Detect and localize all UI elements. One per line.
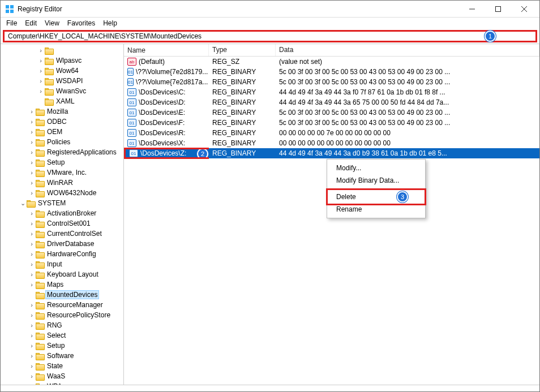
value-row[interactable]: 01\DosDevices\D:REG_BINARY44 4d 49 4f 3a… bbox=[124, 97, 539, 107]
tree-item[interactable]: WinRAR bbox=[1, 178, 123, 188]
expand-icon[interactable] bbox=[28, 250, 36, 258]
expand-icon[interactable] bbox=[28, 138, 36, 146]
tree-item[interactable]: ODBC bbox=[1, 117, 123, 127]
expand-icon[interactable] bbox=[28, 372, 36, 380]
expand-icon[interactable] bbox=[28, 219, 36, 227]
column-data[interactable]: Data bbox=[276, 44, 539, 56]
tree-item[interactable]: Setup bbox=[1, 157, 123, 167]
value-row[interactable]: 01\??\Volume{7e2d8179...REG_BINARY5c 00 … bbox=[124, 67, 539, 77]
tree-item[interactable] bbox=[1, 45, 123, 55]
menu-help[interactable]: Help bbox=[100, 18, 121, 28]
context-delete[interactable]: Delete bbox=[328, 191, 424, 203]
value-row[interactable]: 01\DosDevices\F:REG_BINARY5c 00 3f 00 3f… bbox=[124, 118, 539, 128]
expand-icon[interactable] bbox=[37, 67, 45, 75]
tree-item[interactable]: WSDAPI bbox=[1, 76, 123, 86]
value-row[interactable]: 01\DosDevices\C:REG_BINARY44 4d 49 4f 3a… bbox=[124, 87, 539, 97]
expand-icon[interactable] bbox=[28, 281, 36, 288]
context-rename[interactable]: Rename bbox=[328, 203, 424, 216]
tree-item[interactable]: HardwareConfig bbox=[1, 249, 123, 259]
expand-icon[interactable] bbox=[28, 107, 36, 115]
callout-3: 3 bbox=[397, 191, 408, 203]
tree-item[interactable]: State bbox=[1, 361, 123, 371]
tree-item-label: Select bbox=[47, 331, 66, 339]
expand-icon[interactable] bbox=[37, 87, 45, 95]
tree-item[interactable]: Software bbox=[1, 351, 123, 361]
expand-icon[interactable] bbox=[19, 199, 27, 207]
tree-item[interactable]: Setup bbox=[1, 341, 123, 351]
context-modify-binary[interactable]: Modify Binary Data... bbox=[328, 174, 424, 187]
expand-icon[interactable] bbox=[28, 128, 36, 136]
tree-item[interactable]: Select bbox=[1, 330, 123, 341]
expand-icon[interactable] bbox=[28, 148, 36, 156]
menu-view[interactable]: View bbox=[41, 18, 63, 28]
expand-icon[interactable] bbox=[28, 270, 36, 278]
expand-icon[interactable] bbox=[28, 240, 36, 248]
value-row[interactable]: 01\DosDevices\X:REG_BINARY00 00 00 00 00… bbox=[124, 138, 539, 148]
tree-item[interactable]: WOW6432Node bbox=[1, 188, 123, 198]
value-row[interactable]: 01\DosDevices\Z:2REG_BINARY44 4d 49 4f 3… bbox=[124, 148, 539, 158]
tree-item[interactable]: Wlpasvc bbox=[1, 55, 123, 66]
tree-item[interactable]: OEM bbox=[1, 127, 123, 137]
expand-icon[interactable] bbox=[28, 209, 36, 217]
menu-edit[interactable]: Edit bbox=[22, 18, 40, 28]
expand-icon[interactable] bbox=[28, 331, 36, 339]
value-row[interactable]: 01\??\Volume{7e2d817a...REG_BINARY5c 00 … bbox=[124, 77, 539, 87]
expand-icon[interactable] bbox=[28, 321, 36, 329]
value-row[interactable]: 01\DosDevices\R:REG_BINARY00 00 00 00 00… bbox=[124, 128, 539, 138]
expand-icon[interactable] bbox=[37, 77, 45, 85]
tree-item[interactable]: ControlSet001 bbox=[1, 218, 123, 229]
expand-icon[interactable] bbox=[28, 342, 36, 350]
tree-item-label: Wlpasvc bbox=[56, 57, 82, 64]
tree-item[interactable]: CurrentControlSet bbox=[1, 229, 123, 239]
expand-icon[interactable] bbox=[28, 352, 36, 360]
tree-item-label: WinRAR bbox=[47, 179, 73, 187]
tree-item-label: CurrentControlSet bbox=[47, 230, 102, 238]
tree-item-label: Setup bbox=[47, 158, 65, 166]
maximize-button[interactable] bbox=[485, 1, 511, 18]
tree-item[interactable]: Maps bbox=[1, 279, 123, 290]
tree-item[interactable]: ResourceManager bbox=[1, 300, 123, 310]
tree-item[interactable]: XAML bbox=[1, 96, 123, 106]
tree-item[interactable]: WaaS bbox=[1, 371, 123, 381]
tree-item[interactable]: Input bbox=[1, 259, 123, 269]
expand-icon[interactable] bbox=[37, 57, 45, 64]
context-modify[interactable]: Modify... bbox=[328, 162, 424, 174]
expand-icon[interactable] bbox=[28, 362, 36, 370]
value-row[interactable]: 01\DosDevices\E:REG_BINARY5c 00 3f 00 3f… bbox=[124, 107, 539, 118]
list-body[interactable]: ab(Default)REG_SZ(value not set)01\??\Vo… bbox=[124, 57, 539, 385]
expand-icon[interactable] bbox=[28, 179, 36, 187]
tree-item[interactable]: WwanSvc bbox=[1, 86, 123, 96]
registry-tree[interactable]: WlpasvcWow64WSDAPIWwanSvcXAMLMozillaODBC… bbox=[1, 44, 124, 385]
expand-icon[interactable] bbox=[28, 260, 36, 268]
expand-icon[interactable] bbox=[28, 189, 36, 197]
menu-favorites[interactable]: Favorites bbox=[64, 18, 98, 28]
tree-item[interactable]: Policies bbox=[1, 137, 123, 147]
tree-item[interactable]: ActivationBroker bbox=[1, 208, 123, 218]
tree-item[interactable]: MountedDevices bbox=[1, 290, 123, 300]
tree-item[interactable]: VMware, Inc. bbox=[1, 167, 123, 178]
expand-icon[interactable] bbox=[28, 301, 36, 309]
expand-icon[interactable] bbox=[37, 46, 45, 54]
expand-icon[interactable] bbox=[28, 311, 36, 319]
column-name[interactable]: Name bbox=[124, 44, 209, 56]
tree-item[interactable]: Wow64 bbox=[1, 66, 123, 76]
value-row[interactable]: ab(Default)REG_SZ(value not set) bbox=[124, 57, 539, 67]
tree-item[interactable]: Keyboard Layout bbox=[1, 269, 123, 279]
tree-item-label: Mozilla bbox=[47, 107, 68, 115]
minimize-button[interactable] bbox=[459, 1, 485, 18]
tree-item[interactable]: Mozilla bbox=[1, 106, 123, 117]
address-input[interactable] bbox=[5, 32, 485, 41]
tree-item[interactable]: RNG bbox=[1, 320, 123, 330]
tree-item[interactable]: DriverDatabase bbox=[1, 239, 123, 249]
expand-icon[interactable] bbox=[28, 230, 36, 238]
column-type[interactable]: Type bbox=[209, 44, 276, 56]
expand-icon[interactable] bbox=[28, 158, 36, 166]
tree-item[interactable]: SYSTEM bbox=[1, 198, 123, 208]
expand-icon[interactable] bbox=[28, 169, 36, 176]
menu-file[interactable]: File bbox=[3, 18, 20, 28]
expand-icon[interactable] bbox=[28, 118, 36, 126]
close-button[interactable] bbox=[511, 1, 537, 18]
tree-item[interactable]: RegisteredApplications bbox=[1, 147, 123, 157]
tree-item[interactable]: ResourcePolicyStore bbox=[1, 310, 123, 320]
folder-icon bbox=[45, 46, 54, 54]
